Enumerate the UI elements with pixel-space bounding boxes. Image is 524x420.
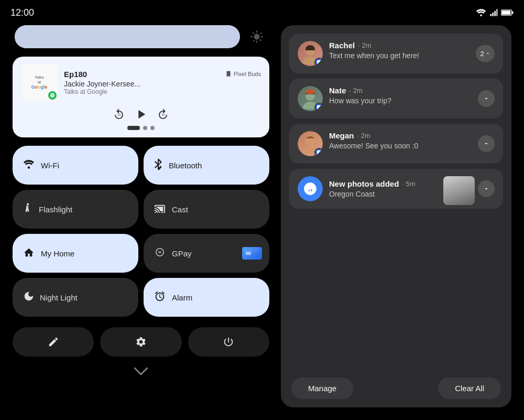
status-icons [476, 8, 514, 17]
tile-cast-label: Cast [172, 205, 188, 214]
settings-button[interactable] [100, 327, 181, 357]
media-episode: Ep180 [64, 70, 87, 79]
svg-rect-6 [512, 11, 514, 14]
svg-rect-5 [501, 10, 510, 15]
svg-rect-2 [494, 11, 496, 16]
svg-rect-0 [490, 14, 492, 16]
tiles-grid: Wi-Fi Bluetooth Flashlight [13, 146, 269, 317]
megan-content: Megan · 2m Awesome! See you soon :0 [329, 131, 472, 150]
tile-cast[interactable]: Cast [144, 190, 269, 229]
tile-bluetooth-label: Bluetooth [169, 161, 202, 170]
bottom-buttons [13, 327, 269, 357]
photos-thumbnail [443, 176, 475, 205]
brightness-row [13, 25, 269, 48]
home-icon [23, 247, 35, 260]
tile-flashlight-label: Flashlight [39, 205, 72, 214]
nightlight-icon [23, 290, 34, 305]
rachel-time: · 2m [358, 41, 371, 49]
media-album-art: Talks at Google [21, 64, 58, 101]
brightness-icon [246, 26, 267, 47]
svg-point-17 [305, 89, 315, 94]
photos-expand-button[interactable] [478, 180, 495, 197]
quick-settings-panel: Talks at Google Ep180 [13, 25, 269, 407]
wifi-status-icon [476, 8, 486, 17]
tile-nightlight-label: Night Light [40, 293, 78, 302]
notif-actions: Manage Clear All [289, 375, 503, 399]
tile-flashlight[interactable]: Flashlight [13, 190, 138, 229]
svg-rect-12 [246, 252, 251, 255]
svg-text:15: 15 [117, 113, 121, 116]
media-title: Jackie Joyner-Kersee... [64, 80, 169, 88]
media-controls: 15 15 [21, 105, 261, 122]
power-button[interactable] [188, 327, 269, 357]
notifications-panel: Rachel · 2m Text me when you get here! 2 [281, 25, 511, 407]
tile-wifi-label: Wi-Fi [41, 161, 59, 170]
svg-rect-1 [492, 13, 494, 16]
megan-app-badge [314, 148, 323, 156]
rachel-expand-count[interactable]: 2 [476, 45, 495, 62]
notif-rachel: Rachel · 2m Text me when you get here! 2 [289, 34, 503, 73]
photos-avatar [298, 176, 323, 201]
media-info: Ep180 Pixel Buds Jackie Joyner-Kersee...… [64, 70, 261, 95]
bottom-chevron[interactable] [13, 367, 269, 375]
photos-title: New photos added [329, 179, 399, 188]
cast-icon [154, 203, 166, 216]
flashlight-icon [23, 202, 32, 217]
nate-name: Nate [329, 86, 346, 95]
status-time: 12:00 [10, 7, 34, 18]
tile-myhome-label: My Home [41, 249, 74, 258]
photos-subtitle: Oregon Coast [329, 190, 436, 198]
rachel-avatar [298, 41, 323, 66]
nate-content: Nate · 2m How was your trip? [329, 86, 472, 105]
nate-app-badge [314, 103, 323, 111]
svg-point-9 [28, 166, 30, 169]
notif-nate: Nate · 2m How was your trip? [289, 79, 503, 119]
bluetooth-icon [154, 158, 162, 173]
battery-status-icon [501, 8, 514, 17]
megan-message: Awesome! See you soon :0 [329, 142, 472, 150]
media-dots [21, 126, 261, 130]
rachel-app-badge [314, 58, 323, 66]
photos-content: New photos added · 5m Oregon Coast [329, 179, 436, 198]
edit-button[interactable] [13, 327, 94, 357]
svg-text:15: 15 [161, 113, 165, 116]
brightness-slider[interactable] [15, 25, 240, 48]
megan-time: · 2m [357, 132, 370, 139]
media-subtitle: Talks at Google [64, 88, 261, 95]
svg-rect-3 [496, 9, 497, 16]
tile-nightlight[interactable]: Night Light [13, 278, 138, 317]
media-forward-button[interactable]: 15 [157, 108, 169, 121]
nate-expand-button[interactable] [478, 90, 495, 107]
tile-bluetooth[interactable]: Bluetooth [144, 146, 269, 185]
photos-time: · 5m [402, 180, 415, 188]
tile-wifi[interactable]: Wi-Fi [13, 146, 138, 185]
wifi-icon [23, 159, 35, 171]
clear-all-button[interactable]: Clear All [438, 378, 501, 399]
tile-gpay-label: GPay [172, 249, 192, 258]
nate-time: · 2m [350, 87, 363, 94]
gpay-icon [154, 247, 166, 260]
tile-myhome[interactable]: My Home [13, 234, 138, 273]
media-card: Talks at Google Ep180 [13, 57, 269, 137]
alarm-icon [154, 290, 166, 305]
notif-megan: Megan · 2m Awesome! See you soon :0 [289, 124, 503, 164]
spotify-badge [48, 91, 57, 100]
tile-alarm[interactable]: Alarm [144, 278, 269, 317]
tile-alarm-label: Alarm [172, 293, 192, 302]
megan-avatar [298, 131, 323, 156]
media-play-button[interactable] [134, 107, 148, 122]
notif-photos: New photos added · 5m Oregon Coast [289, 169, 503, 209]
google-logo: Google [31, 84, 47, 90]
gpay-card-badge [242, 247, 262, 260]
nate-message: How was your trip? [329, 96, 472, 105]
status-bar: 12:00 [0, 0, 524, 25]
media-device: Pixel Buds [225, 71, 261, 77]
signal-status-icon [489, 8, 498, 17]
media-rewind-button[interactable]: 15 [113, 108, 125, 121]
media-device-label: Pixel Buds [234, 71, 261, 77]
manage-button[interactable]: Manage [291, 378, 353, 399]
nate-avatar [298, 86, 323, 111]
rachel-content: Rachel · 2m Text me when you get here! [329, 41, 470, 60]
tile-gpay[interactable]: GPay [144, 234, 269, 273]
megan-expand-button[interactable] [478, 135, 495, 152]
